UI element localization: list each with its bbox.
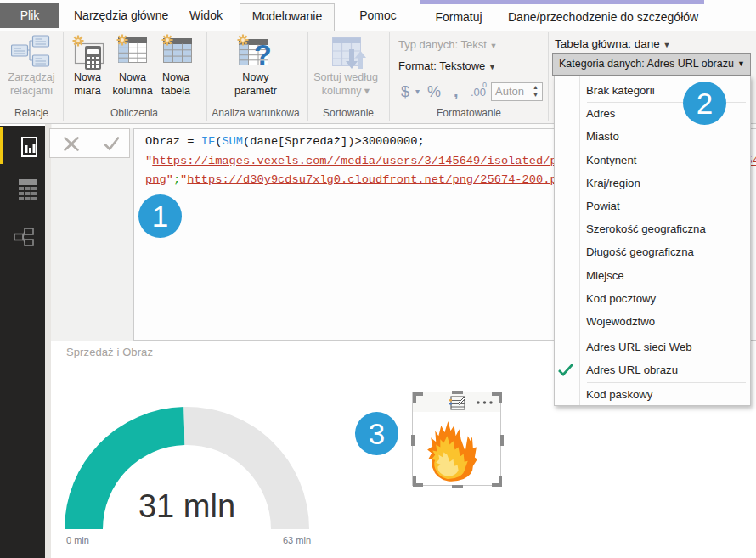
svg-text:?: ? xyxy=(254,38,272,70)
